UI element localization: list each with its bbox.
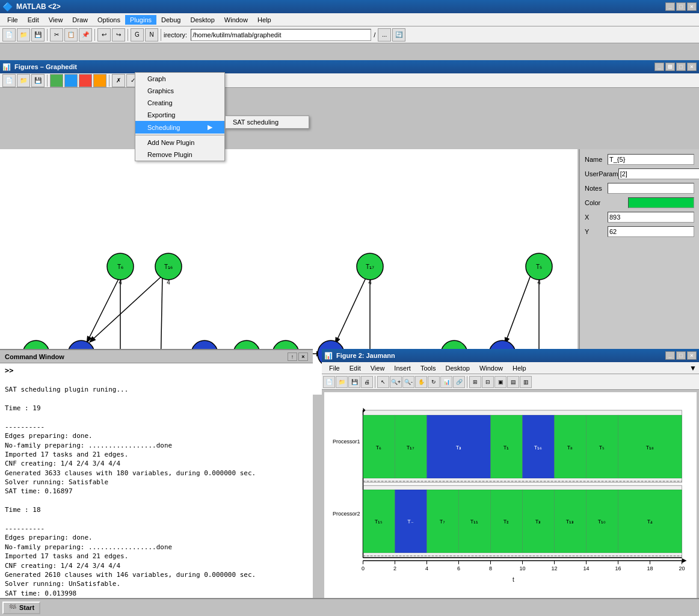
menu-view[interactable]: View [44,15,68,25]
menu-options[interactable]: Options [93,15,125,25]
cmd-line-blank2 [5,395,308,404]
cmd-solver2: Solver running: UnSatisfable. [5,579,308,588]
f2-data[interactable]: 📊 [440,376,452,388]
name-input[interactable] [608,154,694,165]
menu-plugins[interactable]: Plugins [125,15,156,25]
figures-tile[interactable]: ⊞ [665,63,675,71]
f-color4[interactable] [93,74,106,87]
f2-open[interactable]: 📁 [336,376,348,388]
f2-zoomout[interactable]: 🔍- [402,376,414,388]
menu-item-creating[interactable]: Creating [135,97,224,109]
save-button[interactable]: 💾 [31,28,45,42]
y-input[interactable] [608,226,694,237]
f2-pan[interactable]: ✋ [415,376,427,388]
f2-layout1[interactable]: ⊞ [469,376,481,388]
f2-maximize[interactable]: □ [676,351,686,360]
cmd-solver1: Solver running: Satisfable [5,478,308,487]
f-color1[interactable] [50,74,63,87]
userparam-input[interactable] [618,168,699,179]
redo-button[interactable]: ↪ [112,28,125,42]
browse-button[interactable]: ... [378,28,391,42]
scheduling-arrow: ▶ [208,123,212,131]
menu-item-scheduling[interactable]: Scheduling ▶ [135,121,224,134]
directory-input[interactable] [191,29,371,41]
cmd-import1: Imported 17 tasks and 21 edges. [5,450,308,459]
f2-rotate[interactable]: ↻ [428,376,440,388]
menu-item-remove-plugin[interactable]: Remove Plugin [135,149,224,161]
menu-edit[interactable]: Edit [23,15,44,25]
f-color2[interactable] [64,74,78,87]
close-button[interactable]: × [687,2,697,11]
color-swatch[interactable] [628,197,694,208]
cmd-close[interactable]: × [298,353,308,361]
menu-draw[interactable]: Draw [67,15,93,25]
f2-menu-view[interactable]: View [366,363,390,373]
minimize-button[interactable]: _ [665,2,675,11]
cmd-clauses1: Generated 3633 clauses with 180 variable… [5,469,308,478]
menu-item-graph[interactable]: Graph [135,73,224,85]
figures-close[interactable]: × [687,63,697,71]
f2-layout4[interactable]: ▤ [507,376,519,388]
figures-maximize[interactable]: □ [676,63,686,71]
f-color3[interactable] [79,74,92,87]
f2-menu-desktop[interactable]: Desktop [441,363,475,373]
f2-layout5[interactable]: ▥ [520,376,532,388]
f2-layout3[interactable]: ▣ [494,376,507,388]
f2-minimize[interactable]: _ [665,351,675,360]
menu-desktop[interactable]: Desktop [185,15,219,25]
f2-menu-tools[interactable]: Tools [416,363,441,373]
cut-button[interactable]: ✂ [50,28,63,42]
svg-text:4: 4 [119,279,122,286]
command-window: Command Window ↑ × >> SAT scheduling plu… [0,349,313,616]
svg-text:T₁₆: T₁₆ [534,445,543,451]
refresh-button[interactable]: 🔄 [392,28,405,42]
submenu-sat-scheduling[interactable]: SAT scheduling [226,116,309,128]
cmd-family2: No-family preparing: .................do… [5,543,308,552]
f2-menu-insert[interactable]: Insert [389,363,416,373]
cmd-cnf1: CNF creating: 1/4 2/4 3/4 4/4 [5,459,308,468]
graph-btn2[interactable]: N [145,28,158,42]
start-button[interactable]: 🏁 Start [2,602,40,614]
f2-menu-window[interactable]: Window [475,363,508,373]
taskbar: 🏁 Start [0,598,699,616]
f2-zoomin[interactable]: 🔍+ [390,376,402,388]
menu-item-exporting[interactable]: Exporting [135,109,224,121]
figures-icon: 📊 [2,63,11,71]
f2-link[interactable]: 🔗 [453,376,465,388]
f2-print[interactable]: 🖨 [361,376,373,388]
menu-window[interactable]: Window [220,15,253,25]
menu-debug[interactable]: Debug [156,15,185,25]
svg-text:18: 18 [647,565,653,571]
f-open[interactable]: 📁 [17,74,30,87]
menu-help[interactable]: Help [253,15,276,25]
menu-item-add-plugin[interactable]: Add New Plugin [135,137,224,149]
x-input[interactable] [608,212,694,223]
paste-button[interactable]: 📌 [79,28,92,42]
f2-save[interactable]: 💾 [348,376,360,388]
f-save[interactable]: 💾 [31,74,45,87]
figures-minimize[interactable]: _ [654,63,664,71]
copy-button[interactable]: 📋 [64,28,78,42]
f-x[interactable]: ✗ [112,74,125,87]
f2-menu-help[interactable]: Help [508,363,531,373]
cmd-minimize[interactable]: ↑ [288,353,297,361]
f2-select[interactable]: ↖ [377,376,389,388]
new-button[interactable]: 📄 [2,28,16,42]
undo-button[interactable]: ↩ [97,28,111,42]
f-new[interactable]: 📄 [2,74,16,87]
svg-text:10: 10 [519,565,525,571]
svg-text:T₋: T₋ [407,519,414,525]
f2-menu-edit[interactable]: Edit [345,363,366,373]
f2-layout2[interactable]: ⊟ [482,376,494,388]
svg-text:T₁: T₁ [503,445,510,451]
open-button[interactable]: 📁 [17,28,30,42]
menu-file[interactable]: File [2,15,23,25]
notes-input[interactable] [608,183,694,194]
cmd-line-blank1 [5,376,308,385]
f2-menu-file[interactable]: File [324,363,345,373]
maximize-button[interactable]: □ [676,2,686,11]
f2-close[interactable]: × [687,351,697,360]
menu-item-graphics[interactable]: Graphics [135,85,224,97]
graph-btn1[interactable]: G [131,28,144,42]
f2-new[interactable]: 📄 [323,376,335,388]
